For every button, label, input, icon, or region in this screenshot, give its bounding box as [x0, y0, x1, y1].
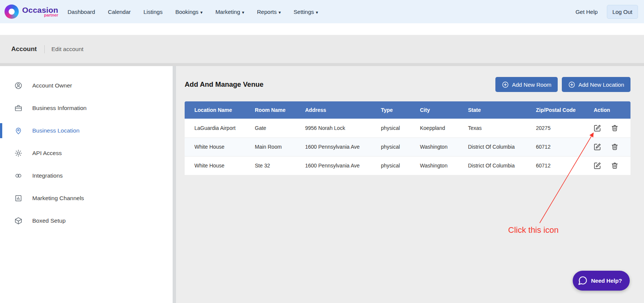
edit-venue-button[interactable]	[594, 162, 601, 169]
cell-address: 9956 Norah Lock	[295, 119, 371, 137]
header-spacer	[0, 23, 644, 35]
col-location-name: Location Name	[185, 101, 245, 119]
logo[interactable]: Occasion partner	[5, 5, 61, 19]
log-out-button[interactable]: Log Out	[607, 5, 638, 19]
cell-city: Washington	[410, 156, 458, 175]
col-state: State	[458, 101, 526, 119]
box-icon	[14, 217, 23, 225]
bar-chart-icon	[14, 194, 23, 202]
delete-venue-button[interactable]	[611, 143, 618, 151]
main-area: Account Owner Business Information Busin…	[0, 66, 644, 303]
cell-state: District Of Columbia	[458, 137, 526, 156]
nav-item-settings[interactable]: Settings	[293, 9, 318, 15]
rings-icon	[14, 172, 23, 180]
nav-item-listings[interactable]: Listings	[143, 9, 163, 15]
col-address: Address	[295, 101, 371, 119]
delete-venue-button[interactable]	[611, 124, 618, 132]
cell-location-name: White House	[185, 156, 245, 175]
add-new-location-button[interactable]: Add New Location	[562, 77, 630, 92]
edit-icon	[594, 162, 601, 169]
cell-actions	[584, 119, 630, 137]
trash-icon	[611, 162, 618, 169]
edit-icon	[594, 143, 601, 151]
edit-venue-button[interactable]	[594, 143, 601, 151]
get-help-link[interactable]: Get Help	[575, 9, 597, 15]
top-navbar: Occasion partner Dashboard Calendar List…	[0, 0, 644, 23]
table-header-row: Location Name Room Name Address Type Cit…	[185, 101, 630, 119]
account-sidebar: Account Owner Business Information Busin…	[0, 66, 173, 303]
briefcase-icon	[14, 104, 23, 112]
chevron-down-icon	[242, 9, 244, 15]
cell-state: District Of Columbia	[458, 156, 526, 175]
page-title: Add And Manage Venue	[185, 80, 263, 89]
chevron-down-icon	[316, 9, 318, 15]
cell-type: physical	[371, 119, 410, 137]
col-action: Action	[584, 101, 630, 119]
need-help-button[interactable]: Need Help?	[573, 271, 630, 291]
cell-city: Koeppland	[410, 119, 458, 137]
edit-icon	[594, 124, 601, 132]
plus-circle-icon	[568, 81, 575, 88]
sidebar-item-marketing-channels[interactable]: Marketing Channels	[0, 187, 173, 210]
table-row: LaGuardia Airport Gate 9956 Norah Lock p…	[185, 119, 630, 137]
cell-actions	[584, 156, 630, 175]
sidebar-item-label: Business Location	[32, 127, 80, 134]
nav-item-calendar[interactable]: Calendar	[108, 9, 131, 15]
sidebar-item-label: Integrations	[32, 172, 63, 179]
venues-table: Location Name Room Name Address Type Cit…	[185, 101, 630, 175]
logo-text: Occasion partner	[22, 6, 58, 17]
trash-icon	[611, 143, 618, 151]
cell-room-name: Gate	[245, 119, 295, 137]
gear-icon	[14, 149, 23, 157]
logo-subtitle: partner	[44, 13, 58, 17]
col-city: City	[410, 101, 458, 119]
nav-item-marketing[interactable]: Marketing	[215, 9, 244, 15]
col-room-name: Room Name	[245, 101, 295, 119]
cell-type: physical	[371, 156, 410, 175]
sidebar-item-label: Boxed Setup	[32, 217, 66, 224]
cell-location-name: LaGuardia Airport	[185, 119, 245, 137]
breadcrumb: Account Edit account	[0, 35, 644, 63]
nav-item-dashboard[interactable]: Dashboard	[68, 9, 95, 15]
col-type: Type	[371, 101, 410, 119]
venue-content: Add And Manage Venue Add New Room Add Ne…	[176, 66, 644, 303]
sidebar-item-label: Account Owner	[32, 82, 72, 89]
location-pin-icon	[14, 127, 23, 135]
trash-icon	[611, 124, 618, 132]
cell-zip: 60712	[526, 156, 584, 175]
sidebar-item-label: Business Information	[32, 105, 87, 112]
header-buttons: Add New Room Add New Location	[495, 77, 630, 92]
table-row: White House Main Room 1600 Pennsylvania …	[185, 137, 630, 156]
cell-room-name: Ste 32	[245, 156, 295, 175]
cell-state: Texas	[458, 119, 526, 137]
breadcrumb-current-page: Edit account	[51, 46, 83, 53]
delete-venue-button[interactable]	[611, 162, 618, 169]
chevron-down-icon	[200, 9, 203, 15]
edit-venue-button[interactable]	[594, 124, 601, 132]
user-icon	[14, 81, 23, 90]
cell-location-name: White House	[185, 137, 245, 156]
cell-zip: 20275	[526, 119, 584, 137]
sidebar-item-api-access[interactable]: API Access	[0, 142, 173, 164]
sidebar-item-integrations[interactable]: Integrations	[0, 164, 173, 187]
cell-city: Washington	[410, 137, 458, 156]
sidebar-item-business-location[interactable]: Business Location	[0, 119, 173, 142]
sidebar-item-business-information[interactable]: Business Information	[0, 97, 173, 119]
nav-item-bookings[interactable]: Bookings	[175, 9, 203, 15]
cell-room-name: Main Room	[245, 137, 295, 156]
cell-address: 1600 Pennsylvania Ave	[295, 137, 371, 156]
chat-bubble-icon	[578, 276, 588, 286]
table-row: White House Ste 32 1600 Pennsylvania Ave…	[185, 156, 630, 175]
sidebar-item-boxed-setup[interactable]: Boxed Setup	[0, 210, 173, 232]
cell-address: 1600 Pennsylvania Ave	[295, 156, 371, 175]
sidebar-item-account-owner[interactable]: Account Owner	[0, 74, 173, 97]
plus-circle-icon	[502, 81, 509, 88]
add-new-room-button[interactable]: Add New Room	[495, 77, 558, 92]
main-nav: Dashboard Calendar Listings Bookings Mar…	[68, 9, 318, 15]
breadcrumb-divider	[44, 45, 45, 53]
occasion-logo-icon	[5, 5, 19, 19]
chevron-down-icon	[278, 9, 281, 15]
sidebar-item-label: Marketing Channels	[32, 195, 84, 202]
cell-type: physical	[371, 137, 410, 156]
nav-item-reports[interactable]: Reports	[257, 9, 281, 15]
